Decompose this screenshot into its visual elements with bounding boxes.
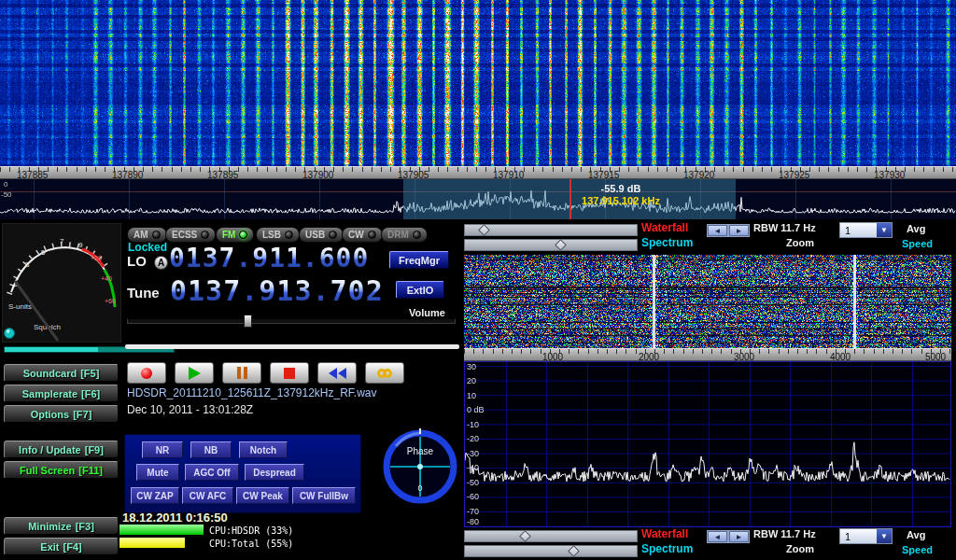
spectrum-label[interactable]: Spectrum [641, 237, 693, 248]
nb-button[interactable]: NB [190, 441, 232, 458]
s-units-label: S-units [8, 302, 32, 311]
record-button[interactable] [127, 362, 166, 384]
avg2-label: Avg [907, 530, 925, 540]
playback-position-track[interactable] [125, 344, 459, 349]
zoom2-out-arrow-icon[interactable]: ◄ [708, 531, 727, 542]
slider-thumb[interactable] [568, 545, 580, 557]
meter-tick-label: 5 [41, 248, 46, 257]
avg-select[interactable]: 1 ▼ [839, 222, 893, 238]
mode-led-icon [368, 231, 376, 239]
exit-button[interactable]: Exit[F4] [4, 538, 119, 555]
squelch-knob[interactable] [5, 329, 15, 339]
zoom-in-arrow-icon[interactable]: ► [729, 225, 749, 236]
dsp-panel: NR NB Notch Mute AGC Off Despread CW ZAP… [124, 434, 361, 513]
waterfall2-contrast-slider[interactable] [464, 530, 638, 542]
lo-frequency-display[interactable]: 0137.911.600 [169, 245, 369, 272]
button-hotkey: [F5] [80, 368, 99, 379]
audio-spectrum-display[interactable] [464, 361, 951, 527]
mode-button-cw[interactable]: CW [342, 227, 383, 243]
zoom-label: Zoom [786, 238, 814, 248]
audio-waterfall-display[interactable] [464, 255, 951, 348]
db-scale-label: -20 [467, 434, 479, 443]
lo-lock-button[interactable]: A [154, 256, 168, 270]
avg2-select-value: 1 [840, 529, 877, 543]
mode-button-fm[interactable]: FM [216, 227, 254, 243]
mute-button[interactable]: Mute [136, 464, 179, 481]
play-button[interactable] [175, 362, 214, 384]
hdsdr-window: 137885 137890 137895 137900 137905 13791… [0, 0, 956, 560]
meter-tick-label: 7 [60, 237, 64, 245]
avg2-select[interactable]: 1 ▼ [839, 528, 893, 544]
phase-value: 0 [417, 483, 422, 493]
loop-button[interactable] [365, 362, 404, 384]
mode-button-ecss[interactable]: ECSS [165, 227, 216, 243]
band-scale-0: 0 [4, 181, 7, 189]
cpu-total-text: CPU:Total (55%) [209, 539, 293, 549]
spectrum2-label[interactable]: Spectrum [641, 543, 693, 554]
mode-button-lsb[interactable]: LSB [256, 227, 300, 243]
button-label: Soundcard [23, 368, 77, 379]
despread-button[interactable]: Despread [245, 464, 304, 481]
button-label: Samplerate [22, 388, 77, 399]
spectrum-range-slider[interactable] [464, 239, 638, 251]
db-scale-label: -80 [467, 517, 479, 526]
spectrum2-range-slider[interactable] [464, 545, 638, 557]
rbw2-label: RBW 11.7 Hz [753, 529, 816, 539]
options-button[interactable]: Options[F7] [4, 405, 119, 423]
minimize-button[interactable]: Minimize[F3] [4, 517, 119, 535]
phase-dial[interactable]: Phase 0 [379, 426, 461, 508]
waterfall-label[interactable]: Waterfall [641, 222, 688, 233]
waterfall-contrast-slider[interactable] [464, 224, 638, 236]
slider-thumb[interactable] [519, 530, 531, 542]
overview-spectrum[interactable]: 0 -50 -55.9 dB 137.915.102 kHz [0, 179, 956, 219]
rbw-label: RBW 11.7 Hz [753, 223, 816, 233]
button-label: Minimize [28, 521, 71, 532]
phase-center-dot [417, 464, 423, 469]
slider-thumb[interactable] [555, 239, 567, 251]
button-label: Exit [40, 541, 59, 553]
agc-off-button[interactable]: AGC Off [185, 464, 239, 481]
nr-button[interactable]: NR [142, 441, 183, 458]
loop-icon [377, 369, 392, 378]
freqmgr-button[interactable]: FreqMgr [389, 251, 449, 269]
dropdown-arrow-icon[interactable]: ▼ [877, 223, 892, 237]
wav-filename: HDSDR_20111210_125611Z_137912kHz_RF.wav [127, 387, 377, 399]
volume-slider[interactable] [127, 318, 456, 324]
cw-afc-button[interactable]: CW AFC [182, 487, 233, 504]
record-icon [141, 368, 152, 379]
soundcard-button[interactable]: Soundcard[F5] [4, 364, 119, 382]
volume-slider-thumb[interactable] [244, 315, 252, 328]
stop-button[interactable] [270, 362, 309, 384]
extio-button[interactable]: ExtIO [396, 281, 444, 299]
mode-button-usb[interactable]: USB [299, 227, 344, 243]
frequency-ruler[interactable]: 137885 137890 137895 137900 137905 13791… [0, 166, 956, 179]
rewind-button[interactable] [317, 362, 357, 384]
cw-zap-button[interactable]: CW ZAP [131, 487, 179, 504]
mode-label: DRM [387, 230, 409, 240]
mode-led-icon [329, 231, 337, 239]
ruler2-ticks [464, 349, 951, 354]
zoom2-in-arrow-icon[interactable]: ► [729, 531, 749, 542]
pause-button[interactable] [222, 362, 261, 384]
audio-frequency-ruler[interactable]: 1000 2000 3000 4000 5000 [464, 348, 951, 361]
dropdown2-arrow-icon[interactable]: ▼ [877, 529, 892, 543]
button-hotkey: [F4] [63, 541, 82, 553]
tune-frequency-display[interactable]: 0137.913.702 [170, 277, 384, 305]
zoom-out-arrow-icon[interactable]: ◄ [708, 225, 727, 236]
zoom-arrows: ◄ ► [707, 224, 750, 237]
notch-button[interactable]: Notch [239, 441, 288, 458]
samplerate-button[interactable]: Samplerate[F6] [4, 385, 119, 402]
mode-led-icon [413, 231, 421, 239]
fullscreen-button[interactable]: Full Screen[F11] [4, 461, 119, 479]
main-waterfall-display[interactable] [0, 0, 956, 166]
phase-label: Phase [407, 446, 434, 456]
waterfall2-label[interactable]: Waterfall [641, 528, 688, 539]
cw-peak-button[interactable]: CW Peak [236, 487, 289, 504]
cw-fullbw-button[interactable]: CW FullBw [292, 487, 356, 504]
slider-thumb[interactable] [478, 224, 490, 236]
mode-button-drm[interactable]: DRM [381, 227, 428, 243]
s-meter: 1 3 5 7 9 +20 +40 +60 S-units Squelch [2, 223, 121, 343]
button-hotkey: [F11] [78, 465, 103, 476]
meter-tick-label: +40 [101, 275, 112, 282]
info-update-button[interactable]: Info / Update[F9] [4, 441, 119, 458]
